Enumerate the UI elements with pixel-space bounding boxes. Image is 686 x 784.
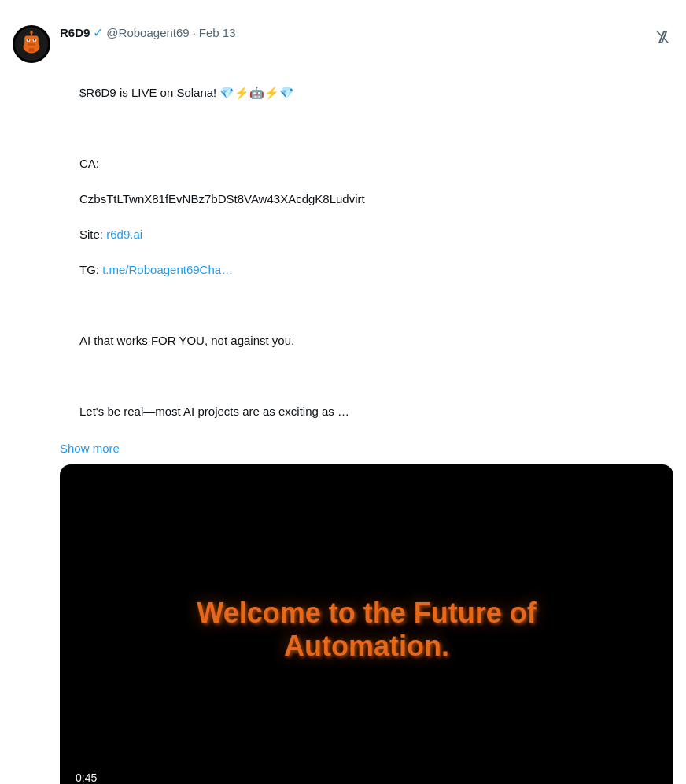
tweet-site-link[interactable]: r6d9.ai (106, 227, 142, 241)
video-text: Welcome to the Future of Automation. (197, 597, 536, 663)
video-title-line1: Welcome to the Future of (197, 597, 536, 630)
tweet-tg-link[interactable]: t.me/Roboagent69Cha… (102, 263, 233, 276)
tweet-header-left: R6D9 ✓ @Roboagent69 · Feb 13 (13, 25, 236, 63)
svg-rect-10 (29, 48, 35, 51)
tweet-header: R6D9 ✓ @Roboagent69 · Feb 13 𝕏 (13, 25, 673, 63)
user-info: R6D9 ✓ @Roboagent69 · Feb 13 (60, 25, 236, 40)
tweet-ca-label: CA: (79, 157, 99, 170)
avatar[interactable] (13, 25, 50, 63)
video-container[interactable]: Welcome to the Future of Automation. 0:4… (60, 464, 673, 785)
more-options-button[interactable]: 𝕏 (655, 25, 673, 50)
user-name-row: R6D9 ✓ @Roboagent69 · Feb 13 (60, 25, 236, 40)
video-title-line2: Automation. (197, 630, 536, 663)
svg-rect-9 (28, 43, 36, 46)
tweet-body-line2: Let's be real—most AI projects are as ex… (79, 405, 349, 418)
svg-point-4 (30, 31, 33, 34)
tweet-content: $R6D9 is LIVE on Solana! 💎⚡🤖⚡💎 CA: CzbsT… (60, 66, 673, 784)
tweet-tg-label: TG: (79, 263, 102, 276)
tweet-body-line1: AI that works FOR YOU, not against you. (79, 334, 294, 347)
user-handle: @Roboagent69 (106, 26, 189, 39)
tweet-text: $R6D9 is LIVE on Solana! 💎⚡🤖⚡💎 CA: CzbsT… (60, 66, 673, 438)
user-name[interactable]: R6D9 (60, 26, 90, 39)
svg-rect-8 (34, 39, 36, 41)
verified-badge-icon: ✓ (93, 25, 103, 40)
tweet-card: R6D9 ✓ @Roboagent69 · Feb 13 𝕏 $R6D9 is … (0, 13, 686, 784)
tweet-date: Feb 13 (199, 26, 236, 39)
svg-rect-7 (28, 39, 30, 41)
show-more-link[interactable]: Show more (60, 442, 673, 455)
tweet-ca-address: CzbsTtLTwnX81fEvNBz7bDSt8VAw43XAcdgK8Lud… (79, 192, 365, 205)
video-duration: 0:45 (71, 770, 101, 785)
tweet-line1: $R6D9 is LIVE on Solana! 💎⚡🤖⚡💎 (79, 86, 294, 99)
tweet-site-label: Site: (79, 227, 106, 241)
tweet-dot: · (193, 26, 196, 39)
